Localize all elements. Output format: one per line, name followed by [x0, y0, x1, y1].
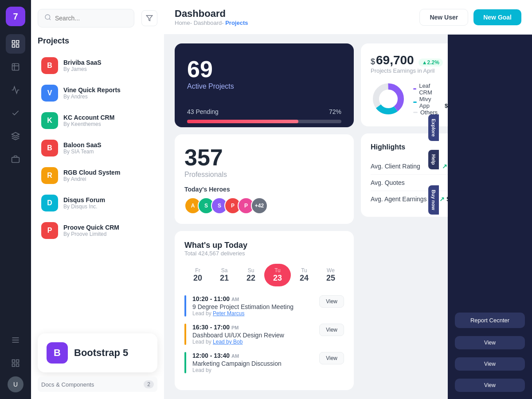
project-item[interactable]: V Vine Quick Reports By Andres: [38, 80, 157, 106]
view-button-2[interactable]: View: [455, 357, 525, 371]
highlight-key: Avg. Client Rating: [371, 163, 420, 170]
project-by: By SIA Team: [63, 149, 102, 155]
project-name: Briviba SaaS: [63, 59, 102, 66]
legend: Leaf CRM Mivy App Others: [413, 82, 438, 116]
explore-tab[interactable]: Explore: [428, 114, 439, 141]
search-icon: [44, 14, 51, 23]
project-name: RGB Cloud System: [63, 169, 120, 176]
event-content: 12:00 - 13:40 AM Marketing Campaign Disc…: [192, 352, 313, 373]
nav-briefcase[interactable]: [6, 149, 25, 169]
docs-row[interactable]: Docs & Components 2: [38, 377, 157, 392]
app-version-badge: 7: [6, 7, 25, 26]
project-icon: R: [41, 167, 58, 184]
project-item[interactable]: R RGB Cloud System By Andrei: [38, 163, 157, 188]
cal-day[interactable]: Fr 20: [184, 264, 211, 286]
buynow-tab[interactable]: Buy now: [428, 185, 439, 215]
project-by: By Keenthemes: [63, 121, 114, 127]
projects-list: B Briviba SaaS By James V Vine Quick Rep…: [38, 53, 157, 243]
professionals-label: Professionals: [184, 171, 344, 179]
event-view-button[interactable]: View: [319, 352, 344, 364]
cal-day[interactable]: Tu 23: [264, 264, 291, 286]
progress-pct: 72%: [329, 108, 341, 115]
right-panel: Explore Help Buy now Report Cecnter View…: [448, 35, 532, 399]
calendar-days: Fr 20 Sa 21 Su 22 Tu 23 Tu 24 We 25: [184, 264, 344, 286]
search-input[interactable]: [55, 15, 128, 22]
event-lead: Lead by Peter Marcus: [192, 310, 313, 317]
event-bar: [184, 295, 186, 317]
project-info: Vine Quick Reports By Andres: [63, 86, 121, 100]
new-goal-button[interactable]: New Goal: [473, 9, 521, 25]
active-projects-count: 69: [187, 56, 341, 82]
report-center-button[interactable]: Report Cecnter: [455, 313, 525, 328]
breadcrumb-projects[interactable]: Projects: [225, 20, 248, 26]
project-name: KC Account CRM: [63, 114, 114, 121]
nav-chart[interactable]: [6, 80, 25, 100]
nav-menu-alt[interactable]: [6, 330, 25, 350]
nav-check[interactable]: [6, 103, 25, 123]
event-lead-link[interactable]: Peter Marcus: [213, 310, 244, 317]
svg-rect-0: [12, 41, 15, 43]
event-lead-link[interactable]: Lead by Bob: [213, 339, 243, 345]
project-item[interactable]: D Disqus Forum By Disqus Inc.: [38, 190, 157, 216]
todays-heroes-label: Today's Heroes: [184, 186, 344, 193]
highlight-key: Avg. Agent Earnings: [371, 196, 427, 203]
project-item[interactable]: K KC Account CRM By Keenthemes: [38, 108, 157, 133]
event-lead: Lead by Lead by Bob: [192, 339, 313, 345]
header: Dashboard Home- Dashboard- Projects New …: [164, 0, 532, 35]
event-time: 16:30 - 17:00 PM: [192, 324, 313, 331]
earnings-badge: ▲2.2%: [419, 59, 443, 66]
project-item[interactable]: B Baloon SaaS By SIA Team: [38, 135, 157, 161]
project-item[interactable]: B Briviba SaaS By James: [38, 53, 157, 78]
project-info: Briviba SaaS By James: [63, 59, 102, 72]
breadcrumb-dashboard[interactable]: Dashboard-: [194, 20, 224, 26]
breadcrumb-home[interactable]: Home-: [175, 20, 192, 26]
professionals-count: 357: [184, 144, 344, 171]
nav-grid[interactable]: [6, 57, 25, 77]
project-icon: K: [41, 112, 58, 129]
main-content: Dashboard Home- Dashboard- Projects New …: [164, 0, 532, 399]
svg-rect-1: [16, 41, 19, 43]
view-button-1[interactable]: View: [455, 336, 525, 349]
docs-badge: 2: [144, 380, 154, 388]
progress-bar-fill: [187, 120, 298, 123]
event-content: 10:20 - 11:00 AM 9 Degree Project Estima…: [192, 295, 313, 317]
right-panel-actions: Report Cecnter View View View: [448, 35, 532, 399]
nav-dashboard[interactable]: [6, 34, 25, 54]
project-info: KC Account CRM By Keenthemes: [63, 114, 114, 127]
cal-day[interactable]: Tu 24: [291, 264, 317, 286]
bootstrap-info: Bootstrap 5: [74, 347, 128, 359]
events-list: 10:20 - 11:00 AM 9 Degree Project Estima…: [184, 295, 344, 373]
day-num: 22: [246, 274, 255, 283]
svg-rect-14: [12, 364, 15, 367]
event-view-button[interactable]: View: [319, 295, 344, 308]
day-num: 23: [273, 274, 282, 283]
new-user-button[interactable]: New User: [419, 9, 468, 26]
legend-dot: [413, 112, 418, 113]
bootstrap-card: B Bootstrap 5: [38, 333, 157, 372]
help-tab[interactable]: Help: [428, 150, 439, 169]
legend-item: Mivy App: [413, 96, 438, 109]
sidebar: Projects B Briviba SaaS By James V Vine …: [31, 0, 164, 399]
docs-label: Docs & Components: [41, 381, 94, 388]
cal-day[interactable]: Su 22: [238, 264, 264, 286]
nav-layers[interactable]: [6, 126, 25, 146]
event-view-button[interactable]: View: [319, 324, 344, 336]
day-name: Sa: [221, 267, 228, 274]
event-title: 9 Degree Project Estimation Meeting: [192, 303, 313, 310]
nav-apps[interactable]: [6, 353, 25, 373]
right-column: $ 69,700 ▲2.2% Projects Earnings in Apri…: [361, 43, 448, 390]
filter-button[interactable]: [141, 10, 157, 26]
project-icon: B: [41, 57, 58, 74]
legend-name: Mivy App: [419, 96, 438, 109]
event-item: 16:30 - 17:00 PM Dashboard UI/UX Design …: [184, 324, 344, 345]
view-button-3[interactable]: View: [455, 379, 525, 392]
project-by: By Disqus Inc.: [63, 203, 105, 210]
highlight-val: ↗ 7.8 10: [442, 163, 448, 170]
active-projects-card: 69 Active Projects 43 Pending 72%: [175, 43, 354, 127]
cal-day[interactable]: We 25: [317, 264, 344, 286]
cal-day[interactable]: Sa 21: [211, 264, 238, 286]
user-avatar[interactable]: U: [8, 376, 23, 392]
earnings-values: $7,660$2,820$45,257: [445, 89, 448, 109]
svg-marker-18: [146, 16, 152, 21]
project-item[interactable]: P Proove Quick CRM By Proove Limited: [38, 218, 157, 243]
